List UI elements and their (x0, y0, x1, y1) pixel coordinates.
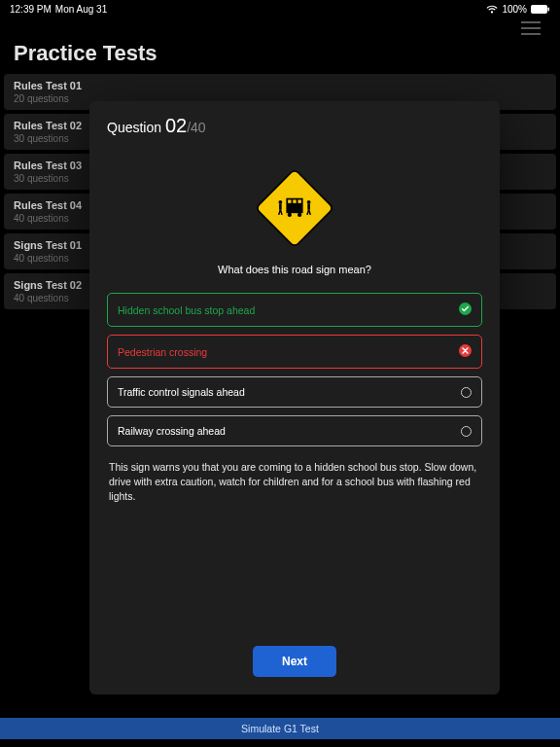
svg-point-13 (307, 200, 311, 204)
question-current: 02 (165, 115, 187, 136)
battery-pct: 100% (502, 4, 527, 15)
answer-option[interactable]: Traffic control signals ahead (107, 376, 482, 408)
answer-text: Railway crossing ahead (118, 425, 226, 437)
hamburger-menu-icon[interactable] (521, 21, 541, 35)
status-time: 12:39 PM (10, 4, 52, 15)
simulate-test-label: Simulate G1 Test (241, 723, 319, 734)
answer-text: Pedestrian crossing (118, 346, 207, 358)
page-title: Practice Tests (0, 16, 560, 74)
svg-rect-4 (288, 199, 291, 202)
question-label: Question (107, 120, 161, 135)
battery-icon (531, 4, 550, 15)
check-circle-icon (459, 302, 472, 317)
answer-option[interactable]: Railway crossing ahead (107, 415, 482, 446)
radio-unselected-icon (461, 426, 472, 437)
simulate-test-button[interactable]: Simulate G1 Test (0, 718, 560, 739)
svg-rect-0 (531, 5, 547, 14)
answer-option[interactable]: Hidden school bus stop ahead (107, 293, 482, 327)
svg-rect-1 (548, 8, 550, 12)
svg-point-7 (288, 213, 292, 217)
svg-point-9 (278, 200, 282, 204)
status-bar: 12:39 PM Mon Aug 31 100% (0, 0, 560, 16)
test-row-title: Rules Test 01 (14, 80, 546, 91)
answer-text: Traffic control signals ahead (118, 386, 245, 398)
answer-option[interactable]: Pedestrian crossing (107, 335, 482, 369)
svg-rect-5 (293, 199, 296, 202)
question-modal: Question 02/40 What does this r (89, 101, 500, 694)
next-button[interactable]: Next (253, 646, 336, 677)
status-date: Mon Aug 31 (55, 4, 107, 15)
question-total: /40 (187, 120, 205, 135)
x-circle-icon (459, 344, 472, 359)
question-text: What does this road sign mean? (107, 264, 482, 275)
question-header: Question 02/40 (107, 115, 482, 137)
svg-rect-10 (279, 204, 282, 210)
svg-rect-14 (307, 204, 310, 210)
wifi-icon (486, 4, 498, 15)
svg-rect-6 (298, 199, 300, 202)
answer-text: Hidden school bus stop ahead (118, 304, 255, 316)
explanation-text: This sign warns you that you are coming … (107, 460, 482, 505)
svg-point-8 (298, 213, 301, 217)
answer-list: Hidden school bus stop ahead Pedestrian … (107, 293, 482, 446)
road-sign-image (107, 166, 482, 250)
radio-unselected-icon (461, 387, 472, 398)
